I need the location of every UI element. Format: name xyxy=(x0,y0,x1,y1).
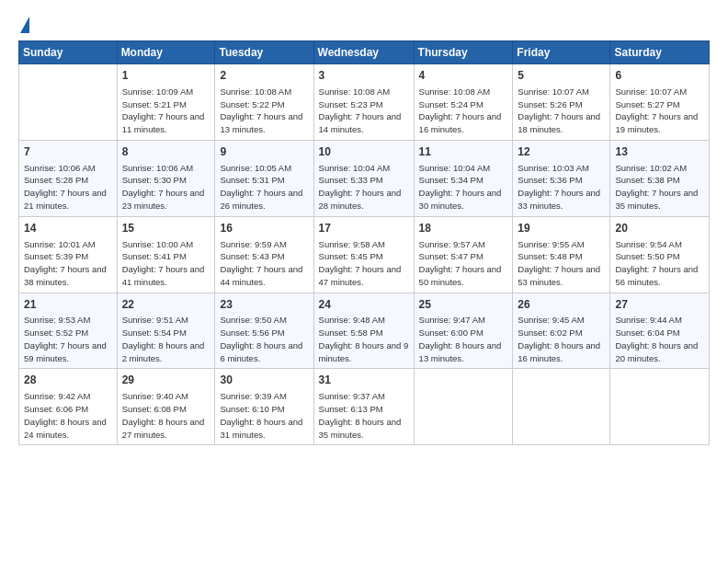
day-number: 27 xyxy=(615,297,704,313)
logo xyxy=(18,15,29,33)
day-info: Sunrise: 10:04 AM Sunset: 5:33 PM Daylig… xyxy=(319,162,409,213)
logo-triangle-icon xyxy=(20,17,29,33)
weekday-header-wednesday: Wednesday xyxy=(313,41,414,64)
calendar-cell: 29Sunrise: 9:40 AM Sunset: 6:08 PM Dayli… xyxy=(117,369,215,445)
day-number: 31 xyxy=(319,373,409,388)
day-number: 4 xyxy=(419,68,508,84)
day-info: Sunrise: 10:07 AM Sunset: 5:26 PM Daylig… xyxy=(518,86,605,136)
day-info: Sunrise: 9:50 AM Sunset: 5:56 PM Dayligh… xyxy=(220,314,308,364)
weekday-header-sunday: Sunday xyxy=(19,41,118,64)
day-number: 16 xyxy=(220,221,308,236)
day-number: 24 xyxy=(319,297,409,313)
day-number: 8 xyxy=(122,144,210,160)
calendar-table: SundayMondayTuesdayWednesdayThursdayFrid… xyxy=(18,40,710,445)
day-number: 19 xyxy=(518,221,605,236)
calendar-cell: 17Sunrise: 9:58 AM Sunset: 5:45 PM Dayli… xyxy=(313,216,414,293)
calendar-cell: 5Sunrise: 10:07 AM Sunset: 5:26 PM Dayli… xyxy=(513,64,610,141)
calendar-cell: 15Sunrise: 10:00 AM Sunset: 5:41 PM Dayl… xyxy=(117,216,215,293)
day-number: 25 xyxy=(419,297,508,313)
calendar-cell xyxy=(414,369,513,445)
day-info: Sunrise: 10:05 AM Sunset: 5:31 PM Daylig… xyxy=(220,162,308,213)
day-number: 20 xyxy=(615,221,704,236)
calendar-cell: 26Sunrise: 9:45 AM Sunset: 6:02 PM Dayli… xyxy=(513,293,610,369)
day-number: 26 xyxy=(518,297,605,313)
calendar-cell: 4Sunrise: 10:08 AM Sunset: 5:24 PM Dayli… xyxy=(414,64,513,141)
calendar-week-4: 21Sunrise: 9:53 AM Sunset: 5:52 PM Dayli… xyxy=(19,293,710,369)
calendar-cell: 18Sunrise: 9:57 AM Sunset: 5:47 PM Dayli… xyxy=(414,216,513,293)
day-number: 14 xyxy=(24,221,112,236)
day-number: 30 xyxy=(220,373,308,388)
calendar-cell: 22Sunrise: 9:51 AM Sunset: 5:54 PM Dayli… xyxy=(117,293,215,369)
calendar-cell: 13Sunrise: 10:02 AM Sunset: 5:38 PM Dayl… xyxy=(610,140,710,216)
day-info: Sunrise: 10:08 AM Sunset: 5:22 PM Daylig… xyxy=(220,86,308,136)
calendar-cell xyxy=(610,369,710,445)
day-number: 22 xyxy=(122,297,210,313)
day-number: 23 xyxy=(220,297,308,313)
day-info: Sunrise: 9:44 AM Sunset: 6:04 PM Dayligh… xyxy=(615,314,704,364)
day-number: 18 xyxy=(419,221,508,236)
day-info: Sunrise: 9:58 AM Sunset: 5:45 PM Dayligh… xyxy=(319,238,409,289)
day-number: 15 xyxy=(122,221,210,236)
calendar-cell: 21Sunrise: 9:53 AM Sunset: 5:52 PM Dayli… xyxy=(19,293,118,369)
calendar-week-3: 14Sunrise: 10:01 AM Sunset: 5:39 PM Dayl… xyxy=(19,216,710,293)
header xyxy=(18,15,710,33)
calendar-cell: 2Sunrise: 10:08 AM Sunset: 5:22 PM Dayli… xyxy=(215,64,313,141)
calendar-cell: 8Sunrise: 10:06 AM Sunset: 5:30 PM Dayli… xyxy=(117,140,215,216)
page: SundayMondayTuesdayWednesdayThursdayFrid… xyxy=(0,0,728,563)
day-info: Sunrise: 9:53 AM Sunset: 5:52 PM Dayligh… xyxy=(24,314,112,364)
calendar-cell: 23Sunrise: 9:50 AM Sunset: 5:56 PM Dayli… xyxy=(215,293,313,369)
day-info: Sunrise: 9:45 AM Sunset: 6:02 PM Dayligh… xyxy=(518,314,605,364)
calendar-cell: 1Sunrise: 10:09 AM Sunset: 5:21 PM Dayli… xyxy=(117,64,215,141)
day-number: 5 xyxy=(518,68,605,84)
calendar-cell: 6Sunrise: 10:07 AM Sunset: 5:27 PM Dayli… xyxy=(610,64,710,141)
weekday-header-tuesday: Tuesday xyxy=(215,41,313,64)
calendar-cell: 30Sunrise: 9:39 AM Sunset: 6:10 PM Dayli… xyxy=(215,369,313,445)
calendar-cell: 7Sunrise: 10:06 AM Sunset: 5:28 PM Dayli… xyxy=(19,140,118,216)
day-info: Sunrise: 9:47 AM Sunset: 6:00 PM Dayligh… xyxy=(419,314,508,364)
day-number: 12 xyxy=(518,144,605,160)
day-number: 1 xyxy=(122,68,210,84)
calendar-cell: 11Sunrise: 10:04 AM Sunset: 5:34 PM Dayl… xyxy=(414,140,513,216)
calendar-cell: 28Sunrise: 9:42 AM Sunset: 6:06 PM Dayli… xyxy=(19,369,118,445)
day-number: 17 xyxy=(319,221,409,236)
day-number: 10 xyxy=(319,144,409,160)
weekday-header-saturday: Saturday xyxy=(610,41,710,64)
day-number: 2 xyxy=(220,68,308,84)
weekday-header-monday: Monday xyxy=(117,41,215,64)
day-info: Sunrise: 10:06 AM Sunset: 5:30 PM Daylig… xyxy=(122,162,210,213)
calendar-cell: 31Sunrise: 9:37 AM Sunset: 6:13 PM Dayli… xyxy=(313,369,414,445)
calendar-cell: 16Sunrise: 9:59 AM Sunset: 5:43 PM Dayli… xyxy=(215,216,313,293)
day-number: 11 xyxy=(419,144,508,160)
day-info: Sunrise: 9:42 AM Sunset: 6:06 PM Dayligh… xyxy=(24,390,112,441)
day-info: Sunrise: 9:55 AM Sunset: 5:48 PM Dayligh… xyxy=(518,238,605,289)
calendar-week-1: 1Sunrise: 10:09 AM Sunset: 5:21 PM Dayli… xyxy=(19,64,710,141)
calendar-week-2: 7Sunrise: 10:06 AM Sunset: 5:28 PM Dayli… xyxy=(19,140,710,216)
day-info: Sunrise: 9:59 AM Sunset: 5:43 PM Dayligh… xyxy=(220,238,308,289)
day-number: 29 xyxy=(122,373,210,388)
day-number: 21 xyxy=(24,297,112,313)
calendar-cell: 12Sunrise: 10:03 AM Sunset: 5:36 PM Dayl… xyxy=(513,140,610,216)
day-info: Sunrise: 10:09 AM Sunset: 5:21 PM Daylig… xyxy=(122,86,210,136)
weekday-header-friday: Friday xyxy=(513,41,610,64)
calendar-cell xyxy=(513,369,610,445)
calendar-cell xyxy=(19,64,118,141)
calendar-cell: 10Sunrise: 10:04 AM Sunset: 5:33 PM Dayl… xyxy=(313,140,414,216)
calendar-cell: 9Sunrise: 10:05 AM Sunset: 5:31 PM Dayli… xyxy=(215,140,313,216)
day-info: Sunrise: 10:01 AM Sunset: 5:39 PM Daylig… xyxy=(24,238,112,289)
day-info: Sunrise: 10:03 AM Sunset: 5:36 PM Daylig… xyxy=(518,162,605,213)
weekday-header-row: SundayMondayTuesdayWednesdayThursdayFrid… xyxy=(19,41,710,64)
day-info: Sunrise: 10:08 AM Sunset: 5:23 PM Daylig… xyxy=(319,86,409,136)
day-info: Sunrise: 9:39 AM Sunset: 6:10 PM Dayligh… xyxy=(220,390,308,441)
day-number: 3 xyxy=(319,68,409,84)
calendar-cell: 14Sunrise: 10:01 AM Sunset: 5:39 PM Dayl… xyxy=(19,216,118,293)
calendar-week-5: 28Sunrise: 9:42 AM Sunset: 6:06 PM Dayli… xyxy=(19,369,710,445)
day-info: Sunrise: 10:02 AM Sunset: 5:38 PM Daylig… xyxy=(615,162,704,213)
day-info: Sunrise: 10:04 AM Sunset: 5:34 PM Daylig… xyxy=(419,162,508,213)
calendar-cell: 25Sunrise: 9:47 AM Sunset: 6:00 PM Dayli… xyxy=(414,293,513,369)
day-info: Sunrise: 10:00 AM Sunset: 5:41 PM Daylig… xyxy=(122,238,210,289)
day-number: 28 xyxy=(24,373,112,388)
day-number: 7 xyxy=(24,144,112,160)
calendar-cell: 24Sunrise: 9:48 AM Sunset: 5:58 PM Dayli… xyxy=(313,293,414,369)
calendar-cell: 27Sunrise: 9:44 AM Sunset: 6:04 PM Dayli… xyxy=(610,293,710,369)
weekday-header-thursday: Thursday xyxy=(414,41,513,64)
